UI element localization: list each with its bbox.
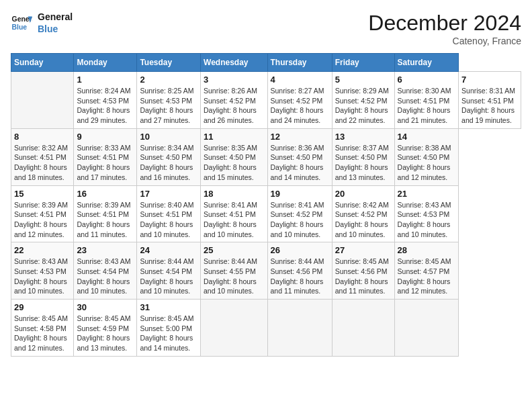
location: Catenoy, France — [368, 36, 521, 46]
col-header-sunday: Sunday — [11, 54, 74, 72]
day-info: Sunrise: 8:37 AMSunset: 4:50 PMDaylight:… — [335, 143, 392, 183]
calendar-table: SundayMondayTuesdayWednesdayThursdayFrid… — [11, 53, 521, 357]
header-row: SundayMondayTuesdayWednesdayThursdayFrid… — [11, 54, 521, 72]
day-cell-18: 18Sunrise: 8:41 AMSunset: 4:51 PMDayligh… — [201, 185, 268, 242]
logo-text-general: General — [38, 11, 73, 23]
day-info: Sunrise: 8:39 AMSunset: 4:51 PMDaylight:… — [77, 200, 134, 240]
empty-cell — [267, 300, 332, 357]
day-info: Sunrise: 8:41 AMSunset: 4:51 PMDaylight:… — [204, 200, 265, 240]
day-number: 10 — [140, 132, 197, 142]
day-number: 18 — [204, 189, 265, 199]
month-title: December 2024 — [368, 11, 521, 36]
day-cell-8: 8Sunrise: 8:32 AMSunset: 4:51 PMDaylight… — [11, 128, 74, 185]
day-cell-6: 6Sunrise: 8:30 AMSunset: 4:51 PMDaylight… — [394, 72, 459, 129]
day-cell-23: 23Sunrise: 8:43 AMSunset: 4:54 PMDayligh… — [74, 242, 137, 300]
logo-text-blue: Blue — [38, 23, 73, 35]
day-number: 2 — [140, 75, 197, 85]
col-header-tuesday: Tuesday — [137, 54, 201, 72]
day-info: Sunrise: 8:25 AMSunset: 4:53 PMDaylight:… — [140, 86, 197, 126]
day-cell-26: 26Sunrise: 8:44 AMSunset: 4:56 PMDayligh… — [267, 242, 332, 300]
day-cell-17: 17Sunrise: 8:40 AMSunset: 4:51 PMDayligh… — [137, 185, 201, 242]
day-info: Sunrise: 8:35 AMSunset: 4:50 PMDaylight:… — [204, 143, 265, 183]
day-number: 13 — [335, 132, 392, 142]
day-info: Sunrise: 8:43 AMSunset: 4:53 PMDaylight:… — [14, 257, 71, 296]
day-number: 15 — [14, 189, 71, 199]
day-number: 29 — [14, 302, 71, 312]
day-cell-1: 1Sunrise: 8:24 AMSunset: 4:53 PMDaylight… — [74, 72, 137, 129]
day-cell-10: 10Sunrise: 8:34 AMSunset: 4:50 PMDayligh… — [137, 128, 201, 185]
day-info: Sunrise: 8:36 AMSunset: 4:50 PMDaylight:… — [271, 143, 329, 183]
day-number: 16 — [77, 189, 134, 199]
week-row-5: 29Sunrise: 8:45 AMSunset: 4:58 PMDayligh… — [11, 300, 521, 357]
day-number: 26 — [271, 245, 329, 255]
day-cell-21: 21Sunrise: 8:43 AMSunset: 4:53 PMDayligh… — [394, 185, 459, 242]
day-info: Sunrise: 8:24 AMSunset: 4:53 PMDaylight:… — [77, 86, 134, 126]
day-info: Sunrise: 8:45 AMSunset: 5:00 PMDaylight:… — [140, 314, 197, 353]
day-number: 7 — [461, 75, 518, 85]
day-info: Sunrise: 8:30 AMSunset: 4:51 PMDaylight:… — [398, 86, 456, 126]
day-cell-27: 27Sunrise: 8:45 AMSunset: 4:56 PMDayligh… — [332, 242, 394, 300]
day-info: Sunrise: 8:26 AMSunset: 4:52 PMDaylight:… — [204, 86, 265, 126]
day-number: 5 — [335, 75, 392, 85]
day-cell-7: 7Sunrise: 8:31 AMSunset: 4:51 PMDaylight… — [459, 72, 521, 129]
day-cell-31: 31Sunrise: 8:45 AMSunset: 5:00 PMDayligh… — [137, 300, 201, 357]
day-number: 3 — [204, 75, 265, 85]
day-number: 11 — [204, 132, 265, 142]
day-info: Sunrise: 8:38 AMSunset: 4:50 PMDaylight:… — [398, 143, 456, 183]
day-info: Sunrise: 8:41 AMSunset: 4:52 PMDaylight:… — [271, 200, 329, 240]
day-cell-3: 3Sunrise: 8:26 AMSunset: 4:52 PMDaylight… — [201, 72, 268, 129]
day-number: 9 — [77, 132, 134, 142]
day-info: Sunrise: 8:27 AMSunset: 4:52 PMDaylight:… — [271, 86, 329, 126]
day-number: 14 — [398, 132, 456, 142]
day-info: Sunrise: 8:43 AMSunset: 4:53 PMDaylight:… — [398, 200, 456, 240]
day-info: Sunrise: 8:34 AMSunset: 4:50 PMDaylight:… — [140, 143, 197, 183]
svg-text:Blue: Blue — [12, 24, 28, 31]
day-number: 8 — [14, 132, 71, 142]
week-row-1: 1Sunrise: 8:24 AMSunset: 4:53 PMDaylight… — [11, 72, 521, 129]
logo-icon: General Blue — [11, 12, 32, 34]
day-cell-20: 20Sunrise: 8:42 AMSunset: 4:52 PMDayligh… — [332, 185, 394, 242]
empty-cell — [394, 300, 459, 357]
day-number: 4 — [271, 75, 329, 85]
day-number: 21 — [398, 189, 456, 199]
col-header-wednesday: Wednesday — [201, 54, 268, 72]
day-cell-11: 11Sunrise: 8:35 AMSunset: 4:50 PMDayligh… — [201, 128, 268, 185]
day-cell-9: 9Sunrise: 8:33 AMSunset: 4:51 PMDaylight… — [74, 128, 137, 185]
day-cell-5: 5Sunrise: 8:29 AMSunset: 4:52 PMDaylight… — [332, 72, 394, 129]
day-number: 23 — [77, 245, 134, 255]
day-info: Sunrise: 8:40 AMSunset: 4:51 PMDaylight:… — [140, 200, 197, 240]
col-header-friday: Friday — [332, 54, 394, 72]
day-info: Sunrise: 8:44 AMSunset: 4:55 PMDaylight:… — [204, 257, 265, 296]
day-number: 28 — [398, 245, 456, 255]
day-cell-4: 4Sunrise: 8:27 AMSunset: 4:52 PMDaylight… — [267, 72, 332, 129]
col-header-thursday: Thursday — [267, 54, 332, 72]
logo: General Blue General Blue — [11, 11, 73, 35]
day-number: 20 — [335, 189, 392, 199]
day-info: Sunrise: 8:45 AMSunset: 4:59 PMDaylight:… — [77, 314, 134, 353]
day-info: Sunrise: 8:45 AMSunset: 4:56 PMDaylight:… — [335, 257, 392, 296]
empty-cell — [11, 72, 74, 129]
day-cell-30: 30Sunrise: 8:45 AMSunset: 4:59 PMDayligh… — [74, 300, 137, 357]
day-number: 17 — [140, 189, 197, 199]
col-header-saturday: Saturday — [394, 54, 459, 72]
header: General Blue General Blue December 2024 … — [11, 11, 521, 46]
day-number: 30 — [77, 302, 134, 312]
day-cell-12: 12Sunrise: 8:36 AMSunset: 4:50 PMDayligh… — [267, 128, 332, 185]
day-number: 22 — [14, 245, 71, 255]
day-cell-24: 24Sunrise: 8:44 AMSunset: 4:54 PMDayligh… — [137, 242, 201, 300]
day-info: Sunrise: 8:32 AMSunset: 4:51 PMDaylight:… — [14, 143, 71, 183]
day-cell-2: 2Sunrise: 8:25 AMSunset: 4:53 PMDaylight… — [137, 72, 201, 129]
day-number: 19 — [271, 189, 329, 199]
day-cell-15: 15Sunrise: 8:39 AMSunset: 4:51 PMDayligh… — [11, 185, 74, 242]
day-cell-16: 16Sunrise: 8:39 AMSunset: 4:51 PMDayligh… — [74, 185, 137, 242]
week-row-3: 15Sunrise: 8:39 AMSunset: 4:51 PMDayligh… — [11, 185, 521, 242]
title-area: December 2024 Catenoy, France — [368, 11, 521, 46]
col-header-monday: Monday — [74, 54, 137, 72]
day-info: Sunrise: 8:42 AMSunset: 4:52 PMDaylight:… — [335, 200, 392, 240]
day-number: 27 — [335, 245, 392, 255]
day-cell-14: 14Sunrise: 8:38 AMSunset: 4:50 PMDayligh… — [394, 128, 459, 185]
day-number: 6 — [398, 75, 456, 85]
day-info: Sunrise: 8:33 AMSunset: 4:51 PMDaylight:… — [77, 143, 134, 183]
day-info: Sunrise: 8:31 AMSunset: 4:51 PMDaylight:… — [461, 86, 518, 126]
day-cell-22: 22Sunrise: 8:43 AMSunset: 4:53 PMDayligh… — [11, 242, 74, 300]
